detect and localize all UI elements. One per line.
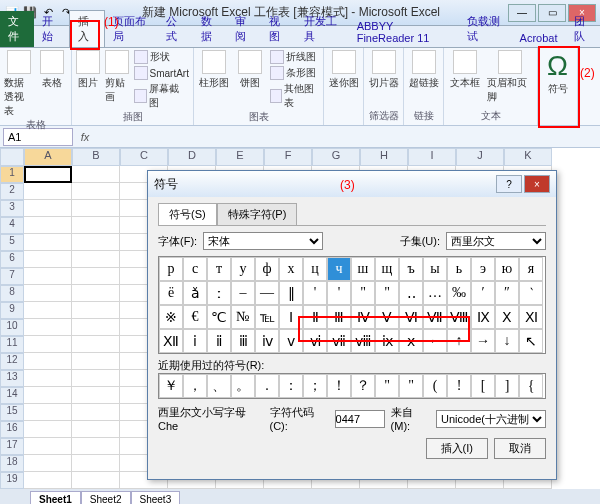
symbol-cell[interactable]: т bbox=[207, 257, 231, 281]
cell[interactable] bbox=[72, 251, 120, 268]
symbol-cell[interactable]: ь bbox=[447, 257, 471, 281]
symbol-cell[interactable]: ↖ bbox=[519, 329, 543, 353]
cancel-button[interactable]: 取消 bbox=[494, 438, 546, 459]
row-header[interactable]: 8 bbox=[0, 285, 24, 302]
columnchart-button[interactable]: 柱形图 bbox=[198, 50, 230, 90]
cell[interactable] bbox=[24, 285, 72, 302]
symbol-cell[interactable]: " bbox=[375, 281, 399, 305]
cell[interactable] bbox=[72, 166, 120, 183]
recent-symbol-cell[interactable]: 、 bbox=[207, 374, 231, 398]
symbol-cell[interactable]: Ⅹ bbox=[495, 305, 519, 329]
cell[interactable] bbox=[24, 370, 72, 387]
cell[interactable] bbox=[72, 200, 120, 217]
cell[interactable] bbox=[72, 438, 120, 455]
row-header[interactable]: 13 bbox=[0, 370, 24, 387]
symbol-cell[interactable]: Ⅴ bbox=[375, 305, 399, 329]
col-header[interactable]: J bbox=[456, 148, 504, 166]
row-header[interactable]: 1 bbox=[0, 166, 24, 183]
barchart-button[interactable]: 条形图 bbox=[270, 66, 319, 80]
tab-acrobat[interactable]: Acrobat bbox=[512, 29, 566, 47]
symbol-cell[interactable]: ⅹ bbox=[399, 329, 423, 353]
tab-abbyy[interactable]: ABBYY FineReader 11 bbox=[349, 17, 459, 47]
symbol-cell[interactable]: ː bbox=[207, 281, 231, 305]
symbol-cell[interactable]: ‵ bbox=[519, 281, 543, 305]
symbol-cell[interactable]: Ⅲ bbox=[327, 305, 351, 329]
subset-select[interactable]: 西里尔文 bbox=[446, 232, 546, 250]
sparkline-button[interactable]: 迷你图 bbox=[328, 50, 359, 90]
cell[interactable] bbox=[72, 302, 120, 319]
cell[interactable] bbox=[72, 285, 120, 302]
col-header[interactable]: F bbox=[264, 148, 312, 166]
cell[interactable] bbox=[24, 200, 72, 217]
cell[interactable] bbox=[24, 353, 72, 370]
recent-symbol-cell[interactable]: ！ bbox=[327, 374, 351, 398]
cell[interactable] bbox=[24, 251, 72, 268]
minimize-button[interactable]: — bbox=[508, 4, 536, 22]
symbol-cell[interactable]: Ⅵ bbox=[399, 305, 423, 329]
symbol-cell[interactable]: Ⅷ bbox=[447, 305, 471, 329]
symbol-cell[interactable]: — bbox=[255, 281, 279, 305]
tab-data[interactable]: 数据 bbox=[193, 11, 227, 47]
symbol-cell[interactable]: ※ bbox=[159, 305, 183, 329]
symbol-cell[interactable]: Ⅺ bbox=[519, 305, 543, 329]
picture-button[interactable]: 图片 bbox=[76, 50, 101, 90]
symbol-cell[interactable]: ⅰ bbox=[183, 329, 207, 353]
cell[interactable] bbox=[24, 421, 72, 438]
maximize-button[interactable]: ▭ bbox=[538, 4, 566, 22]
symbol-cell[interactable]: ё bbox=[159, 281, 183, 305]
col-header[interactable]: E bbox=[216, 148, 264, 166]
dialog-tab-special[interactable]: 特殊字符(P) bbox=[217, 203, 298, 225]
cell[interactable] bbox=[24, 404, 72, 421]
cell[interactable] bbox=[24, 387, 72, 404]
symbol-cell[interactable]: ′ bbox=[471, 281, 495, 305]
othercharts-button[interactable]: 其他图表 bbox=[270, 82, 319, 110]
row-header[interactable]: 2 bbox=[0, 183, 24, 200]
symbol-cell[interactable]: € bbox=[183, 305, 207, 329]
row-header[interactable]: 19 bbox=[0, 472, 24, 489]
insert-button[interactable]: 插入(I) bbox=[426, 438, 488, 459]
recent-symbol-cell[interactable]: { bbox=[519, 374, 543, 398]
cell[interactable] bbox=[72, 217, 120, 234]
tab-loadtest[interactable]: 负载测试 bbox=[459, 11, 512, 47]
symbol-cell[interactable]: ш bbox=[351, 257, 375, 281]
symbol-cell[interactable]: х bbox=[279, 257, 303, 281]
recent-symbol-cell[interactable]: ？ bbox=[351, 374, 375, 398]
row-header[interactable]: 14 bbox=[0, 387, 24, 404]
recent-symbol-cell[interactable]: . bbox=[255, 374, 279, 398]
symbol-cell[interactable]: ″ bbox=[495, 281, 519, 305]
headerfooter-button[interactable]: 页眉和页脚 bbox=[487, 50, 533, 104]
col-header[interactable]: K bbox=[504, 148, 552, 166]
symbol-cell[interactable]: ч bbox=[327, 257, 351, 281]
cell[interactable] bbox=[72, 387, 120, 404]
cell[interactable] bbox=[24, 268, 72, 285]
row-header[interactable]: 17 bbox=[0, 438, 24, 455]
symbol-cell[interactable]: э bbox=[471, 257, 495, 281]
col-header[interactable]: D bbox=[168, 148, 216, 166]
cell[interactable] bbox=[72, 455, 120, 472]
hyperlink-button[interactable]: 超链接 bbox=[408, 50, 439, 90]
symbol-cell[interactable]: ⅳ bbox=[255, 329, 279, 353]
symbol-cell[interactable]: ы bbox=[423, 257, 447, 281]
slicer-button[interactable]: 切片器 bbox=[368, 50, 399, 90]
symbol-cell[interactable]: Ⅻ bbox=[159, 329, 183, 353]
symbol-cell[interactable]: р bbox=[159, 257, 183, 281]
symbol-cell[interactable]: щ bbox=[375, 257, 399, 281]
symbol-cell[interactable]: Ⅰ bbox=[279, 305, 303, 329]
cell[interactable] bbox=[72, 319, 120, 336]
cell[interactable] bbox=[24, 302, 72, 319]
cell[interactable] bbox=[24, 319, 72, 336]
tab-team[interactable]: 团队 bbox=[566, 11, 600, 47]
shapes-button[interactable]: 形状 bbox=[134, 50, 189, 64]
cell[interactable] bbox=[24, 183, 72, 200]
cell[interactable] bbox=[72, 268, 120, 285]
dialog-help-button[interactable]: ? bbox=[496, 175, 522, 193]
cell[interactable] bbox=[72, 234, 120, 251]
symbol-cell[interactable]: ⅲ bbox=[231, 329, 255, 353]
row-header[interactable]: 10 bbox=[0, 319, 24, 336]
symbol-cell[interactable]: № bbox=[231, 305, 255, 329]
symbol-cell[interactable]: Ⅱ bbox=[303, 305, 327, 329]
pivottable-button[interactable]: 数据透视表 bbox=[4, 50, 34, 118]
symbol-cell[interactable]: ‰ bbox=[447, 281, 471, 305]
row-header[interactable]: 3 bbox=[0, 200, 24, 217]
smartart-button[interactable]: SmartArt bbox=[134, 66, 189, 80]
